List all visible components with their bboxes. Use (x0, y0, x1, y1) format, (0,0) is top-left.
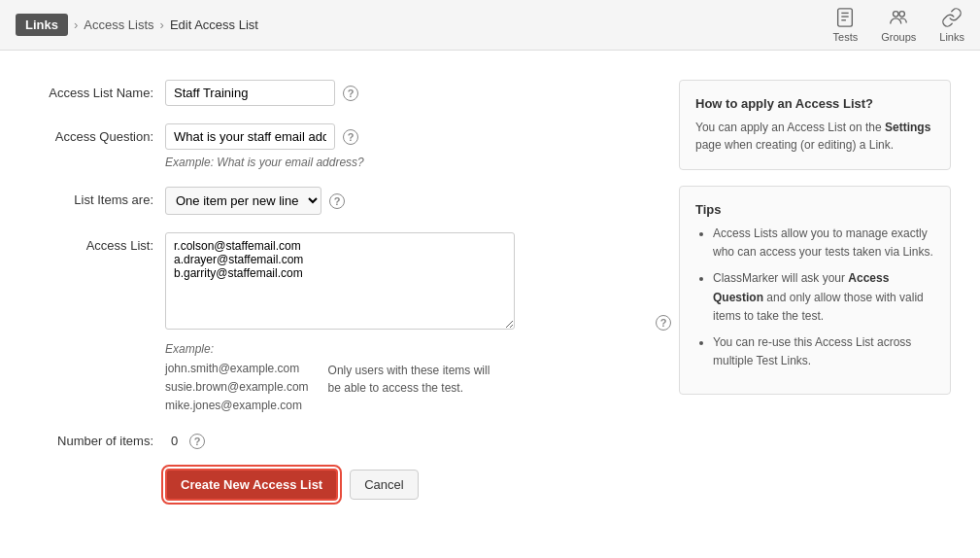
svg-point-4 (894, 12, 899, 17)
how-to-panel-text: You can apply an Access List on the Sett… (695, 119, 934, 154)
svg-point-5 (899, 12, 905, 17)
tip-item-3: You can re-use this Access List across m… (713, 333, 934, 370)
access-question-help-icon[interactable]: ? (343, 129, 358, 145)
tips-panel: Tips Access Lists allow you to manage ex… (679, 186, 951, 395)
svg-rect-0 (838, 9, 853, 26)
access-question-label: Access Question: (29, 123, 165, 144)
form-section: Access List Name: ? Access Question: ? E… (29, 80, 650, 501)
access-list-name-input[interactable] (165, 80, 335, 106)
links-icon (941, 7, 963, 28)
breadcrumb-sep-1: › (74, 17, 78, 32)
access-list-name-field-row: ? (165, 80, 650, 106)
access-list-field-container: r.colson@staffemail.com a.drayer@staffem… (165, 232, 650, 416)
access-list-name-label: Access List Name: (29, 80, 165, 100)
list-items-row: List Items are: One item per new line ? (29, 187, 650, 215)
edit-access-list-breadcrumb: Edit Access List (170, 17, 258, 32)
access-list-help-icon[interactable]: ? (656, 315, 671, 331)
access-question-field-row: ? (165, 123, 650, 150)
number-of-items-label: Number of items: (29, 434, 165, 448)
create-access-list-button[interactable]: Create New Access List (165, 469, 338, 501)
how-to-panel: How to apply an Access List? You can app… (679, 80, 951, 170)
settings-bold: Settings (885, 121, 930, 134)
access-list-textarea-wrapper: r.colson@staffemail.com a.drayer@staffem… (165, 232, 650, 332)
tests-nav-item[interactable]: Tests (833, 7, 859, 43)
info-panels: How to apply an Access List? You can app… (679, 80, 951, 501)
access-list-label: Access List: (29, 232, 165, 253)
groups-nav-item[interactable]: Groups (881, 7, 916, 43)
list-items-help-icon[interactable]: ? (329, 193, 345, 209)
list-items-field: One item per new line ? (165, 187, 650, 215)
how-to-panel-title: How to apply an Access List? (695, 96, 934, 111)
tests-icon (834, 7, 856, 28)
number-of-items-help-icon[interactable]: ? (189, 434, 205, 449)
access-list-example-section: Example: john.smith@example.comsusie.bro… (165, 340, 650, 416)
access-list-row: Access List: r.colson@staffemail.com a.d… (29, 232, 650, 416)
tips-panel-title: Tips (695, 202, 934, 217)
access-list-example-row: john.smith@example.comsusie.brown@exampl… (165, 360, 650, 416)
number-of-items-row: Number of items: 0 ? (29, 434, 650, 449)
tips-list: Access Lists allow you to manage exactly… (695, 225, 934, 370)
list-items-select[interactable]: One item per new line (165, 187, 321, 215)
links-nav-label: Links (939, 31, 964, 43)
access-question-example: Example: What is your email address? (165, 156, 650, 169)
access-question-bold: Access Question (713, 271, 889, 303)
access-question-row: Access Question: ? Example: What is your… (29, 123, 650, 169)
access-lists-breadcrumb-link[interactable]: Access Lists (84, 17, 153, 32)
access-list-name-field: ? (165, 80, 650, 106)
links-breadcrumb-button[interactable]: Links (16, 14, 68, 36)
access-list-name-row: Access List Name: ? (29, 80, 650, 106)
access-question-field: ? Example: What is your email address? (165, 123, 650, 169)
groups-nav-label: Groups (881, 31, 916, 43)
tip-item-1: Access Lists allow you to manage exactly… (713, 225, 934, 262)
tip-item-2: ClassMarker will ask your Access Questio… (713, 269, 934, 326)
tests-nav-label: Tests (833, 31, 859, 43)
list-items-field-row: One item per new line ? (165, 187, 650, 215)
main-content: Access List Name: ? Access Question: ? E… (0, 51, 980, 520)
cancel-button[interactable]: Cancel (350, 470, 418, 500)
list-items-label: List Items are: (29, 187, 165, 207)
only-users-text: Only users with these items will be able… (328, 362, 503, 397)
access-list-example-label: Example: (165, 342, 650, 356)
groups-icon (888, 7, 909, 28)
access-list-textarea[interactable]: r.colson@staffemail.com a.drayer@staffem… (165, 232, 515, 330)
right-nav: Tests Groups Links (833, 7, 964, 43)
access-list-example-emails: john.smith@example.comsusie.brown@exampl… (165, 360, 309, 416)
top-nav: Links › Access Lists › Edit Access List … (0, 0, 980, 51)
access-list-name-help-icon[interactable]: ? (343, 86, 358, 101)
breadcrumb-sep-2: › (160, 17, 164, 32)
breadcrumb: Links › Access Lists › Edit Access List (16, 14, 258, 36)
links-nav-item[interactable]: Links (939, 7, 964, 43)
button-row: Create New Access List Cancel (165, 469, 650, 501)
access-question-input[interactable] (165, 123, 335, 150)
number-of-items-value: 0 (171, 434, 178, 448)
